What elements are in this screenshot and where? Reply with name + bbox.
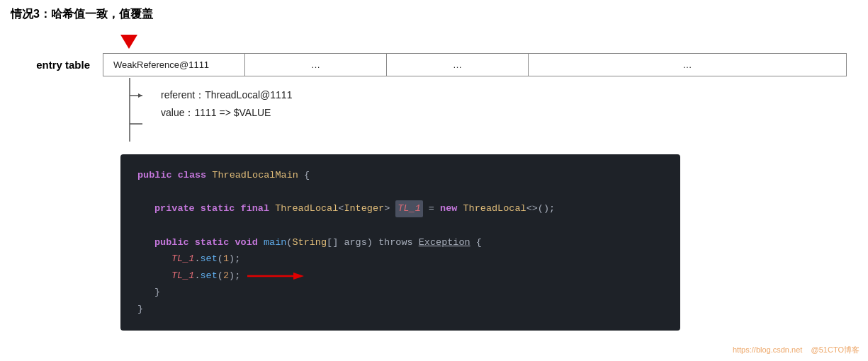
brace-close-class: } bbox=[137, 301, 143, 318]
entry-table: WeakReference@1111 … … … bbox=[103, 53, 847, 76]
tl1-ref-2: TL_1 bbox=[171, 268, 194, 285]
diamond: <> bbox=[526, 200, 538, 217]
watermark-site: @51CTO博客 bbox=[811, 345, 859, 354]
set-method-1: set bbox=[201, 251, 218, 268]
details-content: referent：ThreadLocal@1111 value：1111 => … bbox=[147, 78, 306, 142]
open-brace: { bbox=[304, 167, 310, 184]
kw-throws: throws bbox=[378, 234, 413, 251]
tl1-ref-1: TL_1 bbox=[171, 251, 194, 268]
bracket-svg bbox=[115, 78, 142, 142]
set1-close: ); bbox=[229, 251, 240, 268]
dot-2: . bbox=[194, 268, 200, 285]
kw-class: class bbox=[178, 167, 207, 184]
svg-marker-4 bbox=[138, 93, 142, 98]
page-title: 情况3：哈希值一致，值覆盖 bbox=[11, 7, 857, 22]
down-arrow-icon bbox=[120, 35, 137, 49]
page-container: 情况3：哈希值一致，值覆盖 entry table WeakReference@… bbox=[0, 0, 868, 361]
generic: < bbox=[338, 200, 344, 217]
code-line-7: TL_1.set(2); bbox=[171, 268, 663, 285]
table-cell-2: … bbox=[387, 54, 529, 76]
kw-new: new bbox=[440, 200, 457, 217]
set1-args: ( bbox=[218, 251, 223, 268]
svg-marker-6 bbox=[293, 273, 304, 280]
kw-private: private bbox=[154, 200, 195, 217]
code-line-4 bbox=[137, 217, 663, 234]
watermark-url: https://blog.csdn.net bbox=[733, 345, 802, 354]
num-2: 2 bbox=[223, 268, 229, 285]
red-arrow-icon bbox=[247, 270, 304, 282]
red-arrow-wrapper bbox=[247, 270, 304, 282]
code-line-2 bbox=[137, 184, 663, 201]
table-cell-1: … bbox=[245, 54, 387, 76]
watermark: https://blog.csdn.net @51CTO博客 bbox=[733, 345, 859, 355]
down-arrow-wrapper bbox=[120, 35, 857, 49]
kw-static-2: static bbox=[195, 234, 230, 251]
table-cell-3: … bbox=[529, 54, 846, 76]
new-threadlocal: ThreadLocal bbox=[463, 200, 526, 217]
class-threadlocal: ThreadLocal bbox=[275, 200, 338, 217]
kw-static: static bbox=[201, 200, 235, 217]
generic-close: > bbox=[384, 200, 390, 217]
kw-void: void bbox=[235, 234, 257, 251]
parens: (); bbox=[538, 200, 555, 217]
method-main: main bbox=[264, 234, 286, 251]
class-threadlocalmain: ThreadLocalMain bbox=[212, 167, 298, 184]
code-block: public class ThreadLocalMain { private s… bbox=[120, 154, 680, 331]
paren-open: ( bbox=[286, 234, 292, 251]
num-1: 1 bbox=[223, 251, 229, 268]
tl1-var: TL_1 bbox=[395, 200, 422, 217]
code-line-9: } bbox=[137, 301, 663, 318]
code-line-6: TL_1.set(1); bbox=[171, 251, 663, 268]
equals: = bbox=[429, 200, 434, 217]
referent-line: referent：ThreadLocal@1111 bbox=[161, 86, 292, 104]
entry-table-section: entry table WeakReference@1111 … … … bbox=[11, 53, 857, 76]
brace-close-main: } bbox=[154, 284, 160, 301]
paren-close: ) bbox=[367, 234, 373, 251]
details-section: referent：ThreadLocal@1111 value：1111 => … bbox=[115, 78, 857, 142]
brace-open: { bbox=[476, 234, 482, 251]
exception-class: Exception bbox=[419, 234, 470, 251]
bracket-connector bbox=[115, 78, 142, 142]
code-line-1: public class ThreadLocalMain { bbox=[137, 167, 663, 184]
args-var: args bbox=[344, 234, 366, 251]
kw-public: public bbox=[137, 167, 172, 184]
set2-close: ); bbox=[229, 268, 240, 285]
class-string: String bbox=[292, 234, 327, 251]
dot-1: . bbox=[194, 251, 200, 268]
arr-bracket: [] bbox=[327, 234, 338, 251]
code-line-8: } bbox=[154, 284, 663, 301]
class-integer: Integer bbox=[344, 200, 384, 217]
table-cell-0: WeakReference@1111 bbox=[103, 54, 245, 76]
kw-public-2: public bbox=[154, 234, 189, 251]
value-line: value：1111 => $VALUE bbox=[161, 104, 292, 122]
set-method-2: set bbox=[201, 268, 218, 285]
set2-args: ( bbox=[218, 268, 223, 285]
entry-table-label: entry table bbox=[11, 59, 103, 71]
code-line-5: public static void main(String[] args) t… bbox=[154, 234, 663, 251]
kw-final: final bbox=[241, 200, 270, 217]
code-line-3: private static final ThreadLocal<Integer… bbox=[154, 200, 663, 217]
